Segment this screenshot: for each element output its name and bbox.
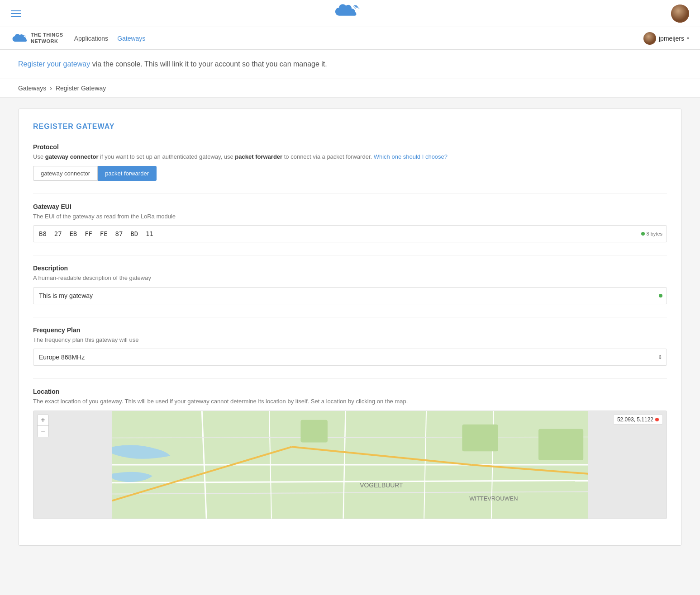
- nav-links: Applications Gateways: [74, 33, 643, 44]
- which-one-link[interactable]: Which one should I choose?: [374, 153, 448, 160]
- nav-link-gateways[interactable]: Gateways: [117, 33, 145, 44]
- location-section: Location The exact location of you gatew…: [33, 388, 667, 519]
- frequency-plan-section: Frequency Plan The frequency plan this g…: [33, 326, 667, 366]
- map-coordinates: 52.093, 5.1122: [613, 415, 663, 425]
- ttn-logo: THE THINGS NETWORK: [11, 32, 63, 44]
- gateway-eui-field-wrapper: 8 bytes: [33, 225, 667, 242]
- hamburger-menu[interactable]: [11, 10, 21, 17]
- protocol-description: Use gateway connector if you want to set…: [33, 152, 667, 161]
- svg-rect-17: [538, 429, 583, 460]
- coords-status-dot: [655, 418, 659, 421]
- gateway-eui-description: The EUI of the gateway as read from the …: [33, 212, 667, 221]
- description-status-dot: [659, 294, 662, 298]
- gateway-eui-input[interactable]: [33, 225, 667, 242]
- secondary-nav: THE THINGS NETWORK Applications Gateways…: [0, 27, 700, 50]
- chevron-down-icon: ▾: [687, 36, 689, 41]
- description-label: Description: [33, 264, 667, 272]
- zoom-out-button[interactable]: −: [38, 426, 48, 437]
- page-intro: Register your gateway via the console. T…: [0, 50, 700, 79]
- btn-gateway-connector[interactable]: gateway connector: [33, 166, 98, 181]
- frequency-plan-select[interactable]: Europe 868MHz US 915MHz AU 915MHz AS 923…: [33, 349, 667, 366]
- description-field-wrapper: [33, 287, 667, 304]
- eui-status-dot: [641, 232, 645, 236]
- username-label: jpmeijers: [659, 35, 684, 42]
- map-zoom-controls: + −: [37, 415, 49, 437]
- protocol-label: Protocol: [33, 143, 667, 151]
- user-section[interactable]: jpmeijers ▾: [643, 32, 689, 45]
- protocol-section: Protocol Use gateway connector if you wa…: [33, 143, 667, 181]
- breadcrumb-separator: ›: [50, 85, 52, 92]
- frequency-plan-desc: The frequency plan this gateway will use: [33, 335, 667, 345]
- zoom-in-button[interactable]: +: [38, 415, 48, 426]
- user-avatar-top[interactable]: [671, 5, 689, 23]
- breadcrumb: Gateways › Register Gateway: [0, 79, 700, 98]
- btn-packet-forwarder[interactable]: packet forwarder: [98, 166, 157, 181]
- top-bar: [0, 0, 700, 27]
- page-intro-text: via the console. This will link it to yo…: [90, 60, 327, 68]
- register-gateway-form: REGISTER GATEWAY Protocol Use gateway co…: [18, 109, 682, 546]
- frequency-plan-select-wrapper: Europe 868MHz US 915MHz AU 915MHz AS 923…: [33, 349, 667, 366]
- location-label: Location: [33, 388, 667, 395]
- svg-rect-16: [462, 424, 498, 451]
- description-badge: [659, 294, 662, 298]
- coordinates-value: 52.093, 5.1122: [617, 416, 653, 423]
- protocol-buttons: gateway connector packet forwarder: [33, 166, 667, 181]
- eui-badge: 8 bytes: [641, 231, 662, 236]
- gateway-eui-section: Gateway EUI The EUI of the gateway as re…: [33, 203, 667, 243]
- gateway-eui-label: Gateway EUI: [33, 203, 667, 210]
- register-gateway-link[interactable]: Register your gateway: [18, 60, 90, 68]
- location-desc: The exact location of you gateway. This …: [33, 397, 667, 406]
- nav-link-applications[interactable]: Applications: [74, 33, 109, 44]
- frequency-plan-label: Frequency Plan: [33, 326, 667, 334]
- ttn-logo-text: THE THINGS NETWORK: [31, 32, 63, 44]
- svg-text:VOGELBUURT: VOGELBUURT: [360, 481, 403, 488]
- breadcrumb-current: Register Gateway: [56, 85, 106, 92]
- svg-text:WITTEVROUWEN: WITTEVROUWEN: [469, 495, 518, 502]
- map-tiles: VOGELBUURT WITTEVROUWEN: [33, 411, 667, 519]
- description-input[interactable]: [33, 287, 667, 304]
- cloud-logo-icon: [333, 2, 360, 24]
- svg-rect-15: [300, 420, 328, 442]
- description-section: Description A human-readable description…: [33, 264, 667, 304]
- user-avatar-secondary: [643, 32, 656, 45]
- breadcrumb-parent[interactable]: Gateways: [18, 85, 46, 92]
- description-desc: A human-readable description of the gate…: [33, 274, 667, 283]
- form-title: REGISTER GATEWAY: [33, 123, 667, 131]
- main-content: REGISTER GATEWAY Protocol Use gateway co…: [0, 98, 700, 557]
- map-container[interactable]: VOGELBUURT WITTEVROUWEN + − 52.093, 5.11…: [33, 411, 667, 519]
